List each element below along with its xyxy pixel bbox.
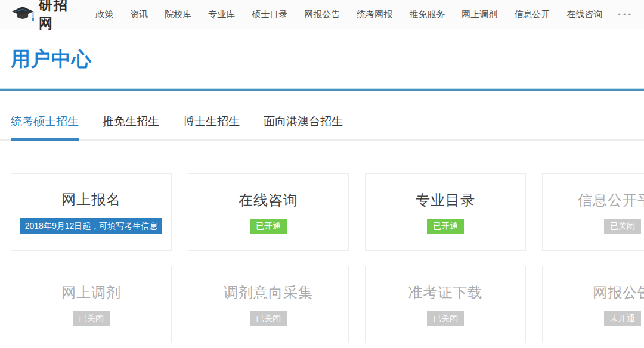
status-badge: 已关闭 <box>427 311 464 327</box>
status-badge: 已开通 <box>250 219 287 234</box>
nav-more-dots[interactable]: ••• <box>618 10 633 19</box>
service-card-4[interactable]: 网上调剂 已关闭 <box>11 266 172 343</box>
nav-item-9[interactable]: 信息公开 <box>514 9 550 20</box>
page-title-section: 用户中心 <box>0 29 644 88</box>
nav-item-10[interactable]: 在线咨询 <box>566 9 602 20</box>
tab-1[interactable]: 推免生招生 <box>103 114 159 139</box>
tab-0[interactable]: 统考硕士招生 <box>11 114 79 139</box>
service-card-3[interactable]: 信息公开平台 已关闭 <box>542 173 644 251</box>
status-badge: 已关闭 <box>604 219 641 234</box>
top-header: 研招网 政策 资讯 院校库 专业库 硕士目录 网报公告 统考网报 推免服务 网上… <box>0 0 644 29</box>
nav-item-5[interactable]: 网报公告 <box>304 9 340 20</box>
tab-bar: 统考硕士招生 推免生招生 博士生招生 面向港澳台招生 <box>0 91 644 141</box>
service-card-0[interactable]: 网上报名 2018年9月12日起，可填写考生信息 <box>11 173 172 251</box>
service-grid: 网上报名 2018年9月12日起，可填写考生信息 在线咨询 已开通 专业目录 已… <box>0 173 644 343</box>
top-nav: 政策 资讯 院校库 专业库 硕士目录 网报公告 统考网报 推免服务 网上调剂 信… <box>87 9 633 20</box>
service-card-1[interactable]: 在线咨询 已开通 <box>188 173 349 251</box>
card-title: 调剂意向采集 <box>224 283 313 302</box>
graduation-cap-icon <box>11 5 35 23</box>
nav-item-7[interactable]: 推免服务 <box>409 9 445 20</box>
card-title: 网报公告 <box>593 283 644 302</box>
status-badge: 已关闭 <box>250 311 287 327</box>
nav-item-8[interactable]: 网上调剂 <box>462 9 497 20</box>
service-card-5[interactable]: 调剂意向采集 已关闭 <box>188 266 349 343</box>
page-title: 用户中心 <box>11 46 633 73</box>
service-card-2[interactable]: 专业目录 已开通 <box>365 173 526 251</box>
status-badge: 未开通 <box>604 311 641 327</box>
card-title: 网上报名 <box>61 190 121 209</box>
tab-2[interactable]: 博士生招生 <box>183 114 240 139</box>
site-logo-text: 研招网 <box>39 0 81 33</box>
card-title: 专业目录 <box>416 191 475 210</box>
status-badge: 已开通 <box>427 219 464 234</box>
nav-item-0[interactable]: 政策 <box>95 9 113 20</box>
card-title: 信息公开平台 <box>578 191 644 210</box>
card-title: 准考证下载 <box>408 283 483 302</box>
nav-item-2[interactable]: 院校库 <box>165 9 191 20</box>
nav-item-4[interactable]: 硕士目录 <box>252 9 287 20</box>
tab-3[interactable]: 面向港澳台招生 <box>264 114 343 139</box>
service-card-7[interactable]: 网报公告 未开通 <box>542 266 644 343</box>
service-card-6[interactable]: 准考证下载 已关闭 <box>365 266 526 343</box>
status-badge: 已关闭 <box>73 311 110 327</box>
card-title: 网上调剂 <box>61 283 121 302</box>
card-title: 在线咨询 <box>239 191 298 210</box>
site-logo[interactable]: 研招网 <box>11 0 81 33</box>
status-badge: 2018年9月12日起，可填写考生信息 <box>20 218 163 235</box>
nav-item-3[interactable]: 专业库 <box>208 9 235 20</box>
nav-item-1[interactable]: 资讯 <box>130 9 148 20</box>
nav-item-6[interactable]: 统考网报 <box>357 9 392 20</box>
